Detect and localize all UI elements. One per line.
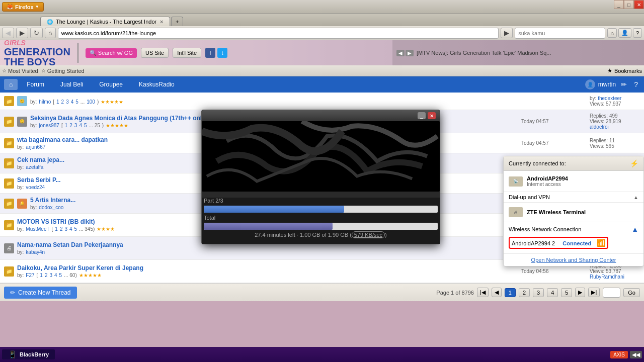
first-page-button[interactable]: |◀ bbox=[477, 288, 489, 297]
nav-question-icon[interactable]: ? bbox=[633, 28, 642, 38]
refresh-button[interactable]: ↻ bbox=[30, 28, 43, 38]
total-progress-label: Total bbox=[204, 215, 438, 221]
most-visited-bookmark[interactable]: ☆ Most Visited bbox=[2, 68, 38, 74]
tab-close-button[interactable]: ✕ bbox=[159, 19, 164, 25]
next-page-button[interactable]: ▶ bbox=[575, 288, 585, 297]
page-2-button[interactable]: 2 bbox=[519, 288, 530, 297]
page-link[interactable]: 3 bbox=[64, 226, 67, 232]
search-gg-button[interactable]: 🔍 Search w/ GG bbox=[86, 48, 137, 58]
last-author[interactable]: aldoelroi bbox=[590, 124, 609, 130]
create-thread-button[interactable]: ✏ Create New Thread bbox=[4, 287, 77, 299]
dialup-vpn-section[interactable]: Dial-up and VPN ▲ bbox=[504, 192, 643, 203]
active-tab[interactable]: 🌐 The Lounge | Kaskus - The Largest Indo… bbox=[40, 17, 170, 26]
thread-emoji-icon: 🔔 bbox=[17, 199, 27, 209]
nav-help-button[interactable]: ? bbox=[632, 79, 640, 89]
page-link[interactable]: 4 bbox=[79, 123, 82, 128]
thread-page-3[interactable]: 3 bbox=[66, 99, 69, 105]
prev-page-button[interactable]: ◀ bbox=[492, 288, 502, 297]
forward-button[interactable]: ▶ bbox=[16, 28, 28, 38]
bookmarks-label: Bookmarks bbox=[614, 68, 642, 74]
thread-page-1[interactable]: 1 bbox=[56, 99, 59, 105]
minimize-button[interactable]: _ bbox=[614, 0, 624, 9]
thread-last-post: Today 04:57 bbox=[521, 119, 587, 124]
maximize-button[interactable]: □ bbox=[624, 0, 634, 9]
wireless-collapse-icon[interactable]: ▲ bbox=[631, 225, 638, 233]
thread-author[interactable]: jones987 bbox=[39, 123, 59, 128]
collapse-button[interactable]: ◀◀ bbox=[630, 351, 642, 358]
page-link[interactable]: 2 bbox=[60, 226, 63, 232]
us-site-button[interactable]: US Site bbox=[141, 48, 169, 58]
last-author[interactable]: RubyRamdhani bbox=[590, 274, 624, 280]
page-link[interactable]: 1 bbox=[40, 273, 43, 278]
nav-forum[interactable]: Forum bbox=[20, 79, 51, 90]
page-link[interactable]: 4 bbox=[54, 273, 57, 278]
main-navigation: ⌂ Forum Jual Beli Groupee KaskusRadio 👤 … bbox=[0, 76, 644, 93]
page-link[interactable]: 5 bbox=[74, 226, 77, 232]
thread-author[interactable]: hilmo bbox=[39, 99, 51, 105]
page-link[interactable]: 2 bbox=[45, 273, 48, 278]
home-button[interactable]: ⌂ bbox=[45, 28, 56, 38]
thread-meta: by: kabay4n bbox=[17, 249, 518, 255]
page-link[interactable]: 2 bbox=[69, 123, 72, 128]
taskbar: 📱 BlackBerry AXIS ◀◀ bbox=[0, 347, 644, 362]
nav-jual-beli[interactable]: Jual Beli bbox=[53, 79, 90, 90]
close-button[interactable]: ✕ bbox=[634, 0, 644, 9]
thread-page-2[interactable]: 2 bbox=[61, 99, 64, 105]
thread-author[interactable]: F27 bbox=[26, 273, 34, 278]
total-label-text: Total bbox=[204, 215, 215, 221]
url-go-button[interactable]: ▶ bbox=[501, 28, 513, 38]
firefox-button[interactable]: 🦊 Firefox ▼ bbox=[2, 2, 44, 12]
new-tab-button[interactable]: + bbox=[171, 17, 183, 26]
go-page-input[interactable] bbox=[603, 288, 620, 298]
wireless-header: Wireless Network Connection ▲ bbox=[509, 225, 638, 233]
logo-generation-text: GENERATION bbox=[4, 47, 70, 57]
thread-author[interactable]: MustMeeT bbox=[26, 226, 49, 232]
progress-status: 27.4 minutes left · 1.00 GB of 1.90 GB (… bbox=[204, 232, 438, 238]
page-link[interactable]: 5 bbox=[59, 273, 62, 278]
nav-edit-button[interactable]: ✏ bbox=[619, 79, 629, 89]
nav-home[interactable]: ⌂ bbox=[4, 79, 18, 90]
wireless-section: Wireless Network Connection ▲ AndroidAP2… bbox=[504, 222, 643, 254]
twitter-button[interactable]: t bbox=[217, 48, 227, 58]
page-link[interactable]: 1 bbox=[55, 226, 58, 232]
news-next-button[interactable]: ▶ bbox=[406, 50, 414, 56]
go-button[interactable]: Go bbox=[623, 288, 640, 297]
dialog-minimize-button[interactable]: _ bbox=[418, 112, 426, 119]
facebook-button[interactable]: f bbox=[205, 48, 215, 58]
page-link[interactable]: 3 bbox=[74, 123, 77, 128]
thread-page-100[interactable]: 100 bbox=[87, 99, 95, 105]
url-bar[interactable] bbox=[58, 28, 499, 39]
back-button[interactable]: ◀ bbox=[2, 28, 14, 38]
nav-kaskus-radio[interactable]: KaskusRadio bbox=[132, 79, 182, 90]
open-network-center-link[interactable]: Open Network and Sharing Center bbox=[504, 254, 643, 266]
page-link[interactable]: 4 bbox=[69, 226, 72, 232]
page-4-button[interactable]: 4 bbox=[547, 288, 558, 297]
intl-site-button[interactable]: Int'l Site bbox=[173, 48, 201, 58]
news-prev-button[interactable]: ◀ bbox=[396, 50, 405, 56]
thread-icon: 📁 bbox=[4, 96, 14, 106]
thread-author[interactable]: azetalfa bbox=[26, 164, 43, 170]
thread-author[interactable]: dodox_coo bbox=[39, 205, 63, 210]
page-link[interactable]: 1 bbox=[65, 123, 68, 128]
nav-home-icon[interactable]: ⌂ bbox=[607, 28, 617, 38]
thread-author[interactable]: arjun667 bbox=[26, 144, 45, 150]
nav-groupee[interactable]: Groupee bbox=[92, 79, 130, 90]
last-page-button[interactable]: ▶| bbox=[588, 288, 600, 297]
page-5-button[interactable]: 5 bbox=[561, 288, 572, 297]
thread-author[interactable]: voedz24 bbox=[26, 185, 45, 190]
getting-started-bookmark[interactable]: ☆ Getting Started bbox=[41, 68, 85, 74]
page-link[interactable]: 5 bbox=[84, 123, 87, 128]
page-1-button[interactable]: 1 bbox=[505, 288, 516, 297]
thread-page-4[interactable]: 4 bbox=[71, 99, 74, 105]
thread-title[interactable]: Daikoku, Area Parkir Super Keren di Jepa… bbox=[17, 264, 518, 272]
speed-highlight: 579 KB/sec bbox=[352, 231, 385, 238]
thread-page-5[interactable]: 5 bbox=[75, 99, 78, 105]
thread-last-author[interactable]: thedexteer bbox=[598, 96, 621, 101]
tab-title: The Lounge | Kaskus - The Largest Indon.… bbox=[56, 19, 156, 25]
search-input[interactable] bbox=[515, 28, 605, 39]
page-link[interactable]: 3 bbox=[49, 273, 52, 278]
dialog-close-button[interactable]: ✕ bbox=[428, 112, 436, 119]
page-3-button[interactable]: 3 bbox=[533, 288, 544, 297]
thread-author[interactable]: kabay4n bbox=[26, 249, 45, 255]
nav-person-icon[interactable]: 👤 bbox=[618, 28, 631, 38]
